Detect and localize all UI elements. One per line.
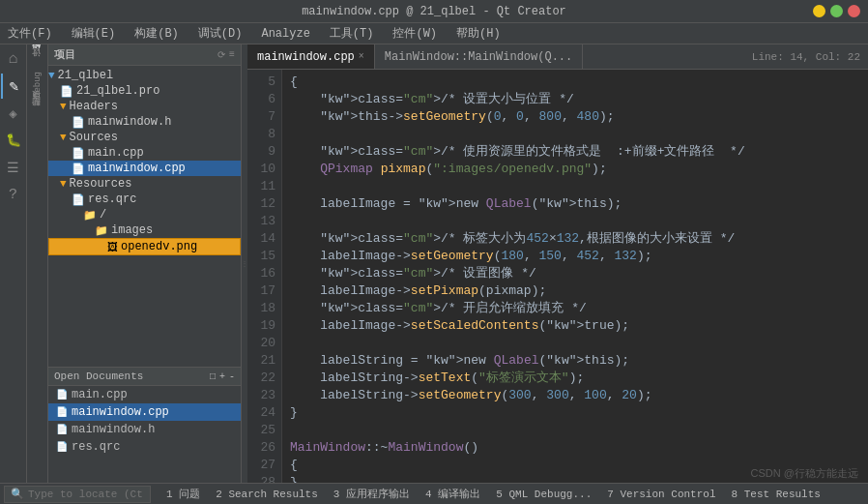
tab-bar: mainwindow.cpp×MainWindow::MainWindow(Q.… bbox=[247, 44, 868, 70]
menu-item-H[interactable]: 帮助(H) bbox=[452, 24, 505, 43]
status-tab-1[interactable]: 2 Search Results bbox=[208, 488, 326, 501]
editor-area: mainwindow.cpp×MainWindow::MainWindow(Q.… bbox=[247, 44, 868, 483]
tree-icon-folder: ▼ bbox=[60, 178, 67, 190]
menu-item-T[interactable]: 工具(T) bbox=[326, 24, 378, 43]
line-number-11: 11 bbox=[253, 178, 275, 195]
menu-item-Analyze[interactable]: Analyze bbox=[257, 26, 313, 42]
menu-item-B[interactable]: 构建(B) bbox=[130, 24, 183, 43]
status-locate[interactable]: 🔍 bbox=[4, 486, 151, 503]
line-number-16: 16 bbox=[253, 265, 275, 282]
tree-icon-folder: ▼ bbox=[60, 101, 67, 112]
sidebar-labels: 欢迎 编辑 设计 Debug 项目 帮助 bbox=[27, 44, 48, 483]
tree-label-resources: Resources bbox=[70, 177, 132, 191]
open-doc-mainwindow_cpp[interactable]: 📄mainwindow.cpp bbox=[48, 403, 241, 421]
open-doc-mainwindow_h[interactable]: 📄mainwindow.h bbox=[48, 421, 241, 438]
open-docs-panel: Open Documents □ + - 📄main.cpp📄mainwindo… bbox=[48, 367, 241, 483]
status-tab-6[interactable]: 8 Test Results bbox=[723, 488, 827, 501]
sidebar-item-edit[interactable]: ✎ bbox=[1, 74, 26, 99]
code-content[interactable]: { "kw">class="cm">/* 设置大小与位置 */ "kw">thi… bbox=[282, 70, 868, 483]
code-editor[interactable]: 5678910111213141516171819202122232425262… bbox=[247, 70, 868, 483]
project-panel-title: 项目 bbox=[54, 47, 75, 62]
sidebar-item-help[interactable]: ? bbox=[1, 182, 26, 207]
tree-item-res_qrc[interactable]: 📄 res.qrc bbox=[48, 192, 241, 207]
open-docs-list: 📄main.cpp📄mainwindow.cpp📄mainwindow.h📄re… bbox=[48, 386, 241, 483]
tree-label-slash: / bbox=[100, 208, 106, 222]
tree-item-resources[interactable]: ▼ Resources bbox=[48, 176, 241, 192]
tree-item-mainwindow_h[interactable]: 📄 mainwindow.h bbox=[48, 114, 241, 130]
tree-item-sources[interactable]: ▼ Sources bbox=[48, 130, 241, 145]
line-number-19: 19 bbox=[253, 317, 275, 335]
line-number-10: 10 bbox=[253, 161, 275, 178]
sync-icon[interactable]: ⟳ bbox=[217, 49, 225, 61]
line-number-18: 18 bbox=[253, 300, 275, 317]
status-tab-3[interactable]: 4 编译输出 bbox=[418, 486, 488, 502]
tree-item-openedv_png[interactable]: 🖼 openedv.png bbox=[48, 238, 241, 255]
tab-label: mainwindow.cpp bbox=[257, 50, 355, 64]
label-debug[interactable]: Debug bbox=[33, 72, 43, 98]
tree-icon-file: 📄 bbox=[72, 116, 85, 129]
tree-icon-folder: ▼ bbox=[60, 132, 67, 143]
status-tab-4[interactable]: 5 QML Debugg... bbox=[488, 488, 599, 501]
left-panel: 项目 ⟳ ≡ ▼ 21_qlbel📄 21_qlbel.pro▼ Headers… bbox=[48, 44, 242, 483]
doc-icon: 📄 bbox=[56, 441, 68, 453]
tree-label-main_cpp: main.cpp bbox=[88, 146, 144, 160]
line-number-22: 22 bbox=[253, 370, 275, 387]
tree-label-res_qrc: res.qrc bbox=[88, 193, 136, 206]
filter-icon[interactable]: ≡ bbox=[229, 49, 235, 61]
line-number-13: 13 bbox=[253, 213, 275, 230]
line-number-5: 5 bbox=[253, 74, 275, 91]
project-panel-header: 项目 ⟳ ≡ bbox=[48, 44, 241, 66]
status-tab-5[interactable]: 7 Version Control bbox=[599, 488, 723, 501]
line-number-17: 17 bbox=[253, 282, 275, 300]
locate-input[interactable] bbox=[28, 489, 144, 500]
status-tab-0[interactable]: 1 问题 bbox=[159, 486, 208, 502]
doc-icon: 📄 bbox=[56, 424, 68, 435]
menu-bar: 文件(F)编辑(E)构建(B)调试(D)Analyze工具(T)控件(W)帮助(… bbox=[0, 23, 868, 44]
line-number-28: 28 bbox=[253, 474, 275, 483]
tree-item-images[interactable]: 📁 images bbox=[48, 222, 241, 238]
sidebar-item-project[interactable]: ☰ bbox=[1, 155, 26, 180]
tree-item-headers[interactable]: ▼ Headers bbox=[48, 99, 241, 114]
tree-item-main_cpp[interactable]: 📄 main.cpp bbox=[48, 145, 241, 161]
status-tab-2[interactable]: 3 应用程序输出 bbox=[326, 486, 418, 502]
line-numbers: 5678910111213141516171819202122232425262… bbox=[247, 70, 282, 483]
sidebar-icons: ⌂ ✎ ◈ 🐛 ☰ ? bbox=[0, 44, 27, 483]
sidebar-item-welcome[interactable]: ⌂ bbox=[1, 46, 26, 72]
tree-label-mainwindow_cpp: mainwindow.cpp bbox=[88, 162, 186, 175]
tree-item-pro[interactable]: 📄 21_qlbel.pro bbox=[48, 83, 241, 99]
line-number-8: 8 bbox=[253, 126, 275, 143]
open-docs-header: Open Documents □ + - bbox=[48, 368, 241, 386]
tree-label-root: 21_qlbel bbox=[58, 69, 114, 82]
editor-tab-0[interactable]: mainwindow.cpp× bbox=[247, 44, 375, 69]
expand-icon[interactable]: + bbox=[219, 371, 225, 382]
minimize-button[interactable] bbox=[813, 5, 825, 17]
collapse-icon[interactable]: - bbox=[229, 371, 235, 382]
tree-label-mainwindow_h: mainwindow.h bbox=[88, 115, 171, 129]
open-doc-main_cpp[interactable]: 📄main.cpp bbox=[48, 386, 241, 403]
status-bar: 🔍 1 问题2 Search Results3 应用程序输出4 编译输出5 QM… bbox=[0, 483, 868, 504]
doc-label: mainwindow.h bbox=[72, 423, 155, 436]
menu-item-E[interactable]: 编辑(E) bbox=[68, 24, 120, 43]
tab-close-button[interactable]: × bbox=[359, 51, 364, 62]
menu-item-F[interactable]: 文件(F) bbox=[4, 24, 56, 43]
menu-item-D[interactable]: 调试(D) bbox=[194, 24, 246, 43]
tree-item-root[interactable]: ▼ 21_qlbel bbox=[48, 68, 241, 83]
float-icon[interactable]: □ bbox=[210, 371, 216, 382]
doc-label: res.qrc bbox=[72, 440, 120, 454]
close-button[interactable] bbox=[848, 5, 860, 17]
tree-item-slash[interactable]: 📁 / bbox=[48, 207, 241, 222]
sidebar-item-debug[interactable]: 🐛 bbox=[1, 128, 26, 153]
tree-label-images: images bbox=[111, 223, 153, 237]
menu-item-W[interactable]: 控件(W) bbox=[389, 24, 441, 43]
sidebar-item-design[interactable]: ◈ bbox=[1, 101, 26, 126]
open-docs-icons: □ + - bbox=[210, 371, 235, 382]
open-doc-res_qrc[interactable]: 📄res.qrc bbox=[48, 438, 241, 456]
editor-tab-1[interactable]: MainWindow::MainWindow(Q... bbox=[375, 44, 583, 69]
title-bar: mainwindow.cpp @ 21_qlbel - Qt Creator bbox=[0, 0, 868, 23]
line-number-15: 15 bbox=[253, 248, 275, 265]
line-number-12: 12 bbox=[253, 195, 275, 213]
tree-item-mainwindow_cpp[interactable]: 📄 mainwindow.cpp bbox=[48, 161, 241, 176]
maximize-button[interactable] bbox=[830, 5, 843, 17]
tree-icon-file: 📄 bbox=[72, 163, 85, 175]
tree-icon-image: 🖼 bbox=[107, 241, 118, 253]
